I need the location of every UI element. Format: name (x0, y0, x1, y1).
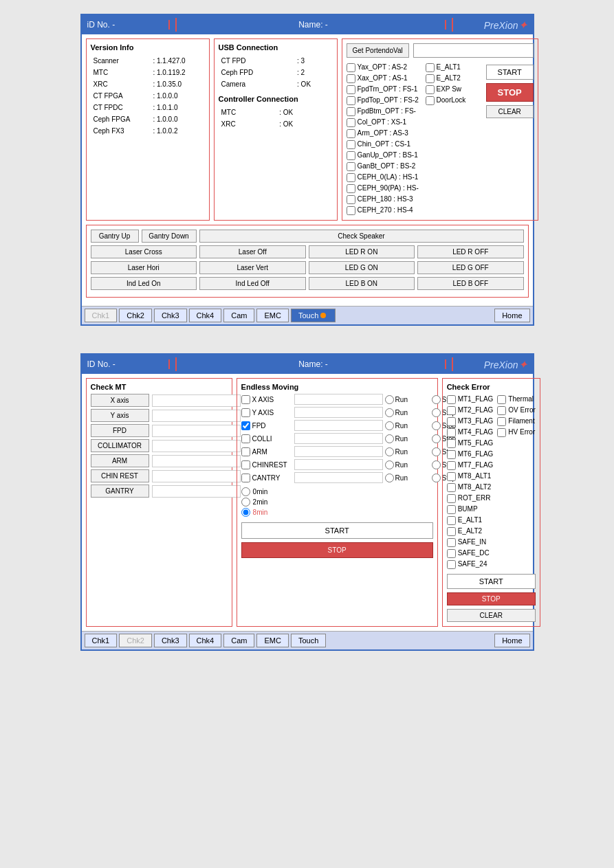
chk-fpdbtm-opt[interactable]: FpdBtm_OPT : FS- (347, 106, 420, 117)
flag-thermal[interactable]: Thermal (497, 394, 535, 405)
tab2-touch[interactable]: Touch (291, 634, 326, 647)
arm-button[interactable]: ARM (91, 454, 149, 467)
chin-rest-button[interactable]: CHIN REST (91, 469, 149, 482)
tab2-cam[interactable]: Cam (223, 634, 254, 647)
fpd-value[interactable] (152, 425, 241, 437)
tab-chk1[interactable]: Chk1 (85, 309, 118, 322)
y-axis-value[interactable] (152, 410, 241, 422)
y-axis-button[interactable]: Y axis (91, 409, 149, 422)
chk-fpdtop-opt[interactable]: FpdTop_OPT : FS-2 (347, 95, 420, 106)
portendoval-input[interactable] (413, 43, 534, 58)
endless-cantry-chk[interactable] (241, 474, 250, 482)
endless-colli-val[interactable] (294, 433, 383, 444)
error-clear-button[interactable]: CLEAR (447, 609, 536, 622)
led-r-on-button[interactable]: LED R ON (309, 245, 415, 258)
flag-mt8-alt1[interactable]: MT8_ALT1 (447, 471, 494, 482)
flag-mt7[interactable]: MT7_FLAG (447, 460, 494, 471)
chk-ceph180[interactable]: CEPH_180 : HS-3 (347, 194, 420, 205)
chk-xax-opt[interactable]: Xax_OPT : AS-1 (347, 73, 420, 84)
error-stop-button[interactable]: STOP (447, 592, 536, 605)
flag-mt8-alt2[interactable]: MT8_ALT2 (447, 482, 494, 493)
flag-mt3[interactable]: MT3_FLAG (447, 416, 494, 427)
flag-safe-in[interactable]: SAFE_IN (447, 537, 494, 548)
chk-ceph270[interactable]: CEPH_270 : HS-4 (347, 205, 420, 216)
tab2-chk2[interactable]: Chk2 (119, 634, 152, 647)
tab-home[interactable]: Home (494, 309, 529, 322)
endless-yaxis-val[interactable] (294, 407, 383, 418)
chk-fpdtrn-opt[interactable]: FpdTrn_OPT : FS-1 (347, 84, 420, 95)
flag-ov-error[interactable]: OV Error (497, 405, 535, 416)
time-2min-radio[interactable] (241, 498, 250, 507)
flag-e-alt1[interactable]: E_ALT1 (447, 515, 494, 526)
gantry-down-button[interactable]: Gantry Down (142, 230, 197, 243)
time-8min-radio[interactable] (241, 508, 250, 517)
led-g-off-button[interactable]: LED G OFF (417, 261, 524, 274)
led-b-on-button[interactable]: LED B ON (309, 277, 415, 290)
tab2-chk4[interactable]: Chk4 (189, 634, 222, 647)
tab2-chk1[interactable]: Chk1 (85, 634, 118, 647)
endless-yaxis-chk[interactable] (241, 408, 250, 417)
panel1-clear-button[interactable]: CLEAR (486, 105, 534, 118)
ind-led-on-button[interactable]: Ind Led On (91, 277, 197, 290)
tab2-chk3[interactable]: Chk3 (154, 634, 187, 647)
flag-bump[interactable]: BUMP (447, 504, 494, 515)
flag-mt6[interactable]: MT6_FLAG (447, 449, 494, 460)
panel1-stop-button[interactable]: STOP (486, 83, 534, 102)
flag-filament[interactable]: Filament (497, 416, 535, 427)
tab2-emc[interactable]: EMC (256, 634, 288, 647)
chk-col-opt[interactable]: Col_OPT : XS-1 (347, 117, 420, 128)
chk-ceph0[interactable]: CEPH_0(LA) : HS-1 (347, 172, 420, 183)
chin-rest-value[interactable] (152, 470, 241, 482)
chk-e-alt1[interactable]: E_ALT1 (426, 62, 481, 73)
x-axis-button[interactable]: X axis (91, 394, 149, 407)
endless-chinrest-val[interactable] (294, 459, 383, 470)
laser-off-button[interactable]: Laser Off (199, 245, 306, 258)
endless-xaxis-chk[interactable] (241, 395, 250, 404)
fpd-button[interactable]: FPD (91, 424, 149, 437)
flag-safe-24[interactable]: SAFE_24 (447, 559, 494, 570)
chk-e-alt2[interactable]: E_ALT2 (426, 73, 481, 84)
collimator-button[interactable]: COLLIMATOR (91, 439, 149, 452)
arm-value[interactable] (152, 455, 241, 467)
laser-vert-button[interactable]: Laser Vert (199, 261, 306, 274)
error-start-button[interactable]: START (447, 574, 536, 589)
chk-exp-sw[interactable]: EXP Sw (426, 84, 481, 95)
tab-touch[interactable]: Touch (291, 309, 336, 322)
chk-yax-opt[interactable]: Yax_OPT : AS-2 (347, 62, 420, 73)
laser-cross-button[interactable]: Laser Cross (91, 245, 197, 258)
chk-ganup-opt[interactable]: GanUp_OPT : BS-1 (347, 150, 420, 161)
collimator-value[interactable] (152, 440, 241, 452)
gantry-up-button[interactable]: Gantry Up (91, 230, 139, 243)
endless-chinrest-chk[interactable] (241, 460, 250, 469)
tab2-home[interactable]: Home (494, 634, 529, 647)
chk-chin-opt[interactable]: Chin_OPT : CS-1 (347, 139, 420, 150)
flag-hv-error[interactable]: HV Error (497, 427, 535, 438)
flag-mt2[interactable]: MT2_FLAG (447, 405, 494, 416)
flag-mt1[interactable]: MT1_FLAG (447, 394, 494, 405)
chk-doorlock[interactable]: DoorLock (426, 95, 481, 106)
chk-ceph90[interactable]: CEPH_90(PA) : HS- (347, 183, 420, 194)
endless-stop-button[interactable]: STOP (241, 542, 433, 558)
endless-fpd-val[interactable] (294, 420, 383, 431)
endless-fpd-chk[interactable] (241, 421, 250, 430)
led-r-off-button[interactable]: LED R OFF (417, 245, 524, 258)
check-speaker-button[interactable]: Check Speaker (199, 230, 524, 243)
ind-led-off-button[interactable]: Ind Led Off (199, 277, 306, 290)
endless-arm-val[interactable] (294, 446, 383, 457)
endless-cantry-val[interactable] (294, 472, 383, 483)
endless-start-button[interactable]: START (241, 522, 433, 539)
chk-arm-opt[interactable]: Arm_OPT : AS-3 (347, 128, 420, 139)
flag-safe-dc[interactable]: SAFE_DC (447, 548, 494, 559)
tab-chk2[interactable]: Chk2 (119, 309, 152, 322)
led-b-off-button[interactable]: LED B OFF (417, 277, 524, 290)
endless-colli-chk[interactable] (241, 434, 250, 443)
chk-ganbt-opt[interactable]: GanBt_OPT : BS-2 (347, 161, 420, 172)
time-0min-radio[interactable] (241, 487, 250, 496)
tab-chk3[interactable]: Chk3 (154, 309, 187, 322)
flag-e-alt2[interactable]: E_ALT2 (447, 526, 494, 537)
flag-mt4[interactable]: MT4_FLAG (447, 427, 494, 438)
laser-hori-button[interactable]: Laser Hori (91, 261, 197, 274)
tab-cam[interactable]: Cam (223, 309, 254, 322)
flag-mt5[interactable]: MT5_FLAG (447, 438, 494, 449)
panel1-start-button[interactable]: START (486, 65, 534, 80)
